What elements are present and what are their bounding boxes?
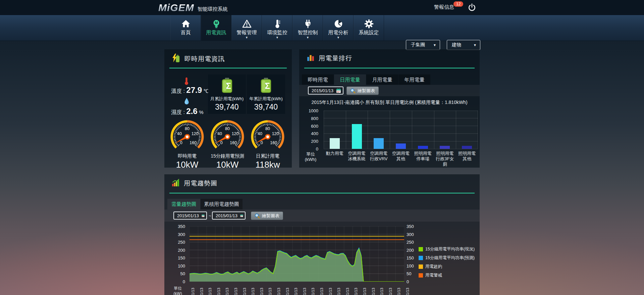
trend-x-tick-label: 01/13 [277,284,281,295]
trend-legend: 15分鐘用電平均功率(現況) 15分鐘用電平均功率(預測) 用電超約 用電警戒 [419,246,475,281]
humidity-drop-icon [184,98,190,106]
trend-date-from-input[interactable]: 2015/01/13 [173,212,207,220]
bar [330,138,340,149]
trend-x-tick-label: 01/13 [337,284,341,295]
analysis-icon [333,19,343,29]
home-icon [181,19,191,29]
thermometer-icon [184,77,189,86]
date-value: 2015/01/13 [216,213,237,218]
trend-x-tick-label: 01/13 [303,284,307,295]
tab-demand-trend[interactable]: 需量趨勢圖 [167,199,200,210]
ranking-draw-chart-button[interactable]: 繪製圖表 [346,86,379,95]
legend-item: 用電警戒 [419,273,475,278]
trend-x-tick-label: 01/13 [397,284,401,295]
svg-text:160: 160 [190,140,197,145]
svg-text:40: 40 [217,131,222,136]
gauge-value: 10kW [207,160,248,170]
draw-chart-label: 繪製圖表 [262,213,279,219]
building-select-value: 建物 [452,42,461,48]
ranking-bars-icon [307,54,315,63]
bar [374,138,384,149]
svg-text:80: 80 [265,126,270,131]
nav-item-environment[interactable]: 環境監控 ▼ [262,15,292,41]
bar [440,146,450,149]
divider [169,193,475,193]
legend-label: 用電超約 [425,264,442,270]
magnifier-icon [255,213,260,219]
humidity-value: 2.6 [186,107,197,116]
nav-item-home[interactable]: 首頁 [170,15,201,41]
power-info-icon: M [211,19,221,29]
bar-column [346,111,368,149]
chevron-down-icon: ▼ [232,36,262,39]
logo-subtitle: 智能環控系統 [198,3,228,12]
trend-x-tick-label: 01/13 [406,284,410,295]
humidity-unit: % [199,109,203,115]
tab-yearly-power[interactable]: 年用電量 [398,74,430,85]
svg-text:160: 160 [230,140,237,145]
calendar-icon [202,213,205,218]
card-value: 39,740 [247,103,285,112]
bar-category-label: 照明用電 其他 [456,151,478,162]
nav-item-analysis[interactable]: 用電分析 ▼ [323,15,354,41]
chevron-down-icon: ▼ [427,43,436,47]
bar [462,146,472,149]
trend-x-tick-label: 01/13 [380,284,384,295]
chevron-down-icon: ▼ [467,43,477,47]
legend-label: 用電警戒 [425,273,442,278]
temperature-value: 27.9 [186,85,202,95]
bar-column [434,111,456,149]
legend-swatch-contract [419,264,423,269]
tab-daily-power[interactable]: 日用電量 [334,74,366,85]
humidity-label: 濕度 : [171,109,185,115]
tab-realtime-power[interactable]: 即時用電 [302,74,334,85]
tab-cumulative-trend[interactable]: 累積用電趨勢圖 [201,199,243,210]
ranking-date-input[interactable]: 2015/01/13 [308,86,343,95]
nav-label: 警報管理 [232,30,262,36]
trend-draw-chart-button[interactable]: 繪製圖表 [251,212,283,220]
trend-date-to-input[interactable]: 2015/01/13 [212,212,246,220]
svg-text:M: M [215,21,218,25]
trend-unit-label: 單位 (kW) [169,286,186,295]
bar-category-label: 動力用電 [324,151,346,156]
alarm-icon [242,19,252,29]
svg-text:120: 120 [232,131,239,136]
trend-x-tick-label: 01/13 [311,284,315,295]
trend-x-tick-label: 01/13 [251,284,255,295]
bar-category-label: 空調用電 冰機系統 [346,151,368,162]
nav-item-power-info[interactable]: M 用電資訊 [201,15,231,41]
building-select[interactable]: 建物 ▼ [447,40,480,50]
trend-x-tick-label: 01/13 [328,284,332,295]
gauge-dial: 04080120160 [169,118,206,155]
chevron-down-icon: ▼ [262,36,292,39]
ranking-chart-title: 2015年1月13日-南港國小 所有類別 單日用電比例 (累積用電量：1.810… [299,100,480,106]
svg-text:80: 80 [185,126,190,131]
logout-power-icon[interactable] [468,3,476,12]
magnifier-icon [350,88,356,94]
trend-toolbar [164,210,480,222]
nav-item-settings[interactable]: 系統設定 [354,15,384,41]
trend-x-tick-label: 01/13 [345,284,350,295]
nav-item-alarms[interactable]: 警報管理 ▼ [231,15,262,41]
trend-x-tick-label: 01/13 [363,284,367,295]
monthly-total-card: Σ 月累計用電(kWh) 39,740 [208,74,246,114]
tab-monthly-power[interactable]: 月用電量 [366,74,398,85]
realtime-power-icon [172,54,180,64]
trend-x-labels: 01/1301/1301/1301/1301/1301/1301/1301/13… [190,284,411,295]
bar-column [368,111,390,149]
card-label: 年累計用電(kWh) [247,96,285,102]
ranking-y-axis: 10008006004002000 [299,111,321,149]
realtime-panel: 即時用電資訊 溫度 : 27.9 ℃ 濕度 : 2.6 % Σ 月累計用電(kW… [164,49,292,168]
group-select[interactable]: 子集團 ▼ [406,40,440,50]
alerts-link[interactable]: 警報信息 [434,4,454,10]
trend-x-tick-label: 01/13 [208,284,212,295]
battery-sum-icon: Σ [247,78,285,95]
nav-label: 用電分析 [323,30,353,36]
trend-panel: 用電趨勢圖 需量趨勢圖 累積用電趨勢圖 2015/01/13 ~ 2015/01… [164,174,480,295]
svg-text:160: 160 [270,140,277,145]
trend-x-tick-label: 01/13 [191,284,195,295]
panel-title: 即時用電資訊 [184,55,225,63]
yearly-total-card: Σ 年累計用電(kWh) 39,740 [247,74,285,114]
nav-item-smart-control[interactable]: 智慧控制 ▼ [292,15,323,41]
ranking-unit-label: 單位 (kWh) [300,152,321,162]
